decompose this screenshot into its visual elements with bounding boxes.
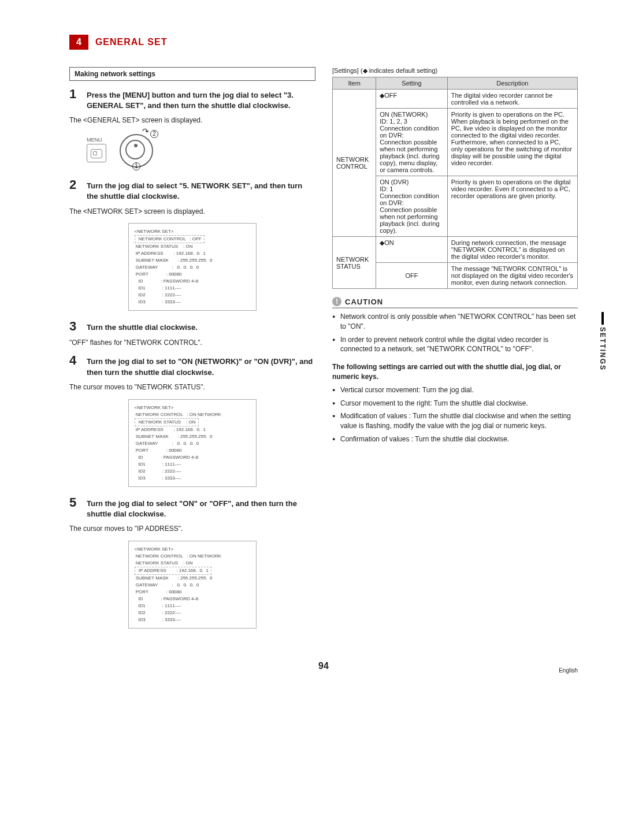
list-item: Network control is only possible when "N… [332, 312, 578, 332]
step-5-after: The cursor moves to "IP ADDRESS". [69, 524, 315, 534]
caution-icon: ! [332, 297, 341, 306]
screen-line: ID : PASSWORD 4-8: [135, 454, 250, 461]
screen-line: <NETWORK SET> [135, 228, 250, 235]
screen-line: SUBNET MASK : 255.255.255. 0 [135, 575, 250, 582]
screen-line: ID : PASSWORD 4-8: [135, 596, 250, 603]
list-item: In order to prevent network control whil… [332, 335, 578, 355]
step-1: 1 Press the [MENU] button and turn the j… [69, 88, 315, 111]
step-5: 5 Turn the jog dial to select "ON" or "O… [69, 496, 315, 519]
menu-label: MENU [87, 137, 106, 143]
screen-line: NETWORK CONTROL : ON NETWORK [135, 553, 250, 560]
section-number-badge: 4 [69, 35, 88, 50]
menu-button-icon [87, 144, 106, 162]
step-4: 4 Turn the jog dial to set to "ON (NETWO… [69, 354, 315, 377]
callout-2: 2 [150, 130, 158, 138]
left-column: Making network settings 1 Press the [MEN… [69, 67, 315, 638]
side-tab-bar-icon [601, 312, 604, 325]
screen-line: ID1 : 1111---- [135, 603, 250, 609]
screen-line: <NETWORK SET> [135, 404, 250, 411]
screen-line: NETWORK STATUS : ON [135, 243, 250, 250]
table-header-row: Item Setting Description [333, 77, 578, 90]
side-tab: SETTINGS [599, 312, 607, 371]
table-row: NETWORK CONTROL ◆OFF The digital video r… [333, 90, 578, 109]
desc-cell: Priority is given to operations on the d… [447, 176, 577, 237]
step-number: 5 [69, 496, 81, 519]
desc-cell: Priority is given to operations on the P… [447, 109, 577, 176]
screen-line: ID2 : 2222---- [135, 292, 250, 299]
sub-heading: The following settings are carried out w… [332, 362, 578, 382]
step-text: Turn the jog dial to select "5. NETWORK … [87, 179, 315, 202]
setting-cell: ◆OFF [376, 90, 448, 109]
caution-list: Network control is only possible when "N… [332, 312, 578, 354]
screen-line: PORT : 00080 [135, 271, 250, 278]
screen-network-set-2: <NETWORK SET> NETWORK CONTROL : ON NETWO… [128, 399, 257, 487]
screen-line: <NETWORK SET> [135, 546, 250, 553]
screen-line: PORT : 00080 [135, 447, 250, 454]
setting-cell: ◆ON [376, 237, 448, 263]
step-2-after: The <NETWORK SET> screen is displayed. [69, 207, 315, 217]
operations-list: Vertical cursor movement: Turn the jog d… [332, 385, 578, 444]
settings-table: Item Setting Description NETWORK CONTROL… [332, 77, 578, 289]
screen-network-set-1: <NETWORK SET> NETWORK CONTROL : OFF NETW… [128, 223, 257, 311]
desc-cell: The digital video recorder cannot be con… [447, 90, 577, 109]
screen-line: GATEWAY : 0. 0. 0. 0 [135, 582, 250, 589]
step-number: 3 [69, 320, 81, 333]
screen-line: SUBNET MASK : 255.255.255. 0 [135, 433, 250, 440]
list-item: Confirmation of values : Turn the shuttl… [332, 434, 578, 444]
header-item: Item [333, 77, 376, 90]
side-tab-label: SETTINGS [599, 327, 607, 371]
right-column: [Settings] (◆ indicates default setting)… [332, 67, 578, 638]
page-number: 94 [69, 661, 578, 671]
setting-cell: OFF [376, 263, 448, 289]
screen-line: NETWORK STATUS : ON [135, 418, 250, 426]
screen-line: PORT : 00080 [135, 589, 250, 596]
footer-language: English [559, 667, 578, 674]
step-text: Turn the jog dial to set to "ON (NETWORK… [87, 354, 315, 377]
item-network-status: NETWORK STATUS [333, 237, 376, 289]
section-header: 4 GENERAL SET [69, 35, 578, 50]
screen-line: GATEWAY : 0. 0. 0. 0 [135, 440, 250, 447]
screen-line: ID : PASSWORD 4-8: [135, 278, 250, 285]
desc-cell: The message "NETWORK CONTROL" is not dis… [447, 263, 577, 289]
arrow-down-icon: ↷ [142, 127, 149, 136]
screen-line: NETWORK STATUS : ON [135, 560, 250, 567]
step-1-after: The <GENERAL SET> screen is displayed. [69, 116, 315, 125]
header-setting: Setting [376, 77, 448, 90]
step-number: 2 [69, 179, 81, 202]
settings-note: [Settings] (◆ indicates default setting) [332, 67, 578, 75]
screen-line: ID2 : 2222---- [135, 468, 250, 475]
screen-line: SUBNET MASK : 255.255.255. 0 [135, 257, 250, 264]
caution-label: CAUTION [345, 298, 383, 306]
setting-cell: ON (DVR) ID: 1 Connection condition on D… [376, 176, 448, 237]
subsection-title: Making network settings [69, 67, 315, 81]
step-4-after: The cursor moves to "NETWORK STATUS". [69, 382, 315, 392]
step-3: 3 Turn the shuttle dial clockwise. [69, 320, 315, 333]
screen-network-set-3: <NETWORK SET> NETWORK CONTROL : ON NETWO… [128, 541, 257, 629]
step-text: Turn the jog dial to select "ON" or "OFF… [87, 496, 315, 519]
desc-cell: During network connection, the message "… [447, 237, 577, 263]
screen-line: IP ADDRESS : 192.168. 0. 1 [135, 426, 250, 433]
section-title: GENERAL SET [95, 37, 168, 47]
screen-line: ID1 : 1111---- [135, 285, 250, 292]
screen-line: IP ADDRESS : 192.168. 0. 1 [135, 567, 250, 575]
list-item: Vertical cursor movement: Turn the jog d… [332, 385, 578, 395]
step-3-after: "OFF" flashes for "NETWORK CONTROL". [69, 338, 315, 348]
screen-line: ID1 : 1111---- [135, 461, 250, 468]
caution-header: ! CAUTION [332, 297, 578, 309]
list-item: Cursor movement to the right: Turn the s… [332, 399, 578, 408]
step-text: Turn the shuttle dial clockwise. [87, 320, 198, 333]
jog-shuttle-dial-icon: ↷ 1 2 [118, 132, 153, 167]
step-2: 2 Turn the jog dial to select "5. NETWOR… [69, 179, 315, 202]
screen-line: ID3 : 3333---- [135, 616, 250, 623]
screen-line: NETWORK CONTROL : OFF [135, 235, 250, 243]
step-number: 4 [69, 354, 81, 377]
screen-line: ID2 : 2222---- [135, 609, 250, 616]
screen-line: IP ADDRESS : 192.168. 0. 1 [135, 250, 250, 257]
item-network-control: NETWORK CONTROL [333, 90, 376, 237]
table-row: NETWORK STATUS ◆ON During network connec… [333, 237, 578, 263]
screen-line: GATEWAY : 0. 0. 0. 0 [135, 264, 250, 271]
screen-line: NETWORK CONTROL : ON NETWORK [135, 411, 250, 418]
screen-line: ID3 : 3333---- [135, 475, 250, 482]
step-text: Press the [MENU] button and turn the jog… [87, 88, 315, 111]
setting-cell: ON (NETWORK) ID: 1, 2, 3 Connection cond… [376, 109, 448, 176]
